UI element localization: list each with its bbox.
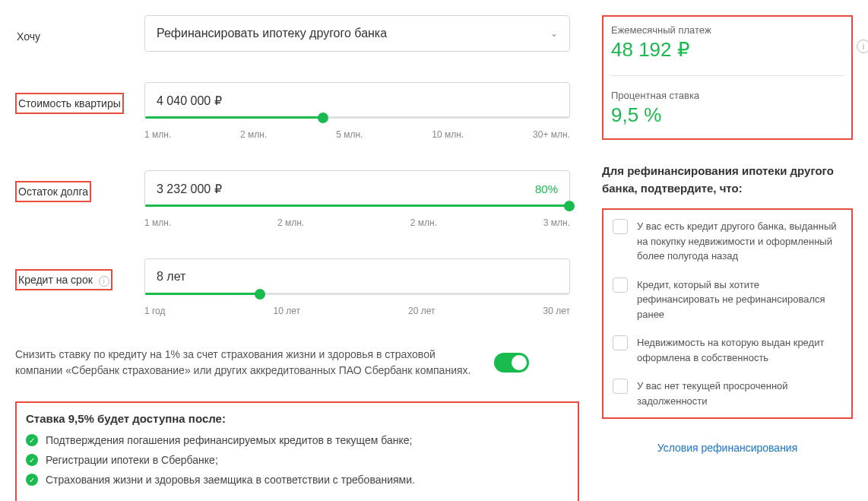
term-ticks: 1 год 10 лет 20 лет 30 лет: [144, 306, 570, 316]
debt-percent: 80%: [535, 182, 558, 195]
sidebar: Ежемесячный платеж 48 192 ₽ Процентная с…: [602, 15, 853, 501]
chevron-down-icon: ⌄: [550, 28, 558, 39]
rate-item: ✓Подтверждения погашения рефинансируемых…: [26, 434, 569, 446]
insurance-text: Снизить ставку по кредиту на 1% за счет …: [15, 347, 471, 379]
rate-label: Процентная ставка: [611, 90, 844, 101]
debt-label: Остаток долга: [15, 181, 91, 202]
price-ticks: 1 млн. 2 млн. 5 млн. 10 млн. 30+ млн.: [144, 129, 570, 140]
debt-ticks: 1 млн. 2 млн. 2 млн. 3 млн.: [144, 217, 570, 228]
summary-card: Ежемесячный платеж 48 192 ₽ Процентная с…: [602, 15, 853, 140]
term-slider-thumb[interactable]: [255, 289, 265, 300]
price-label: Стоимость квартиры: [15, 93, 124, 114]
confirm-checkbox-1[interactable]: [613, 219, 628, 234]
want-value: Рефинансировать ипотеку другого банка: [157, 27, 387, 40]
confirm-text: У вас нет текущей просроченной задолженн…: [637, 379, 842, 408]
term-label: Кредит на срок i: [15, 269, 112, 290]
confirm-checkbox-3[interactable]: [613, 335, 628, 350]
debt-input[interactable]: 3 232 000 ₽ 80%: [144, 170, 570, 207]
rate-title: Ставка 9,5% будет доступна после:: [26, 412, 569, 425]
term-slider[interactable]: [145, 293, 569, 295]
confirm-text: Кредит, который вы хотите рефинансироват…: [637, 277, 842, 322]
price-value: 4 040 000 ₽: [157, 94, 222, 108]
payment-value: 48 192 ₽: [611, 38, 844, 62]
debt-slider[interactable]: [145, 205, 569, 207]
confirm-checkbox-2[interactable]: [613, 277, 628, 293]
want-select[interactable]: Рефинансировать ипотеку другого банка ⌄: [144, 15, 570, 52]
price-slider[interactable]: [145, 116, 569, 119]
term-value: 8 лет: [157, 270, 185, 284]
info-icon[interactable]: i: [99, 276, 109, 287]
insurance-toggle[interactable]: [494, 353, 529, 373]
check-icon: ✓: [26, 434, 38, 446]
confirm-title: Для рефинансирования ипотеки другого бан…: [602, 163, 853, 197]
info-icon[interactable]: i: [857, 40, 868, 53]
price-slider-thumb[interactable]: [318, 113, 328, 123]
payment-label: Ежемесячный платеж: [611, 24, 844, 36]
debt-slider-thumb[interactable]: [564, 201, 575, 211]
confirm-list: У вас есть кредит другого банка, выданны…: [602, 208, 853, 419]
calculator-form: Хочу Рефинансировать ипотеку другого бан…: [15, 15, 579, 501]
rate-item: ✓Регистрации ипотеки в Сбербанке;: [26, 454, 569, 466]
check-icon: ✓: [26, 454, 38, 466]
confirm-checkbox-4[interactable]: [613, 379, 628, 394]
price-input[interactable]: 4 040 000 ₽: [144, 82, 570, 119]
rate-value: 9,5 %: [611, 103, 844, 127]
want-label: Хочу: [15, 27, 42, 46]
term-input[interactable]: 8 лет: [144, 258, 570, 295]
confirm-text: Недвижимость на которую выдан кредит офо…: [637, 335, 842, 365]
confirm-text: У вас есть кредит другого банка, выданны…: [637, 219, 842, 264]
check-icon: ✓: [26, 474, 38, 486]
rate-item: ✓Страхования жизни и здоровья заемщика в…: [26, 474, 569, 486]
rate-conditions: Ставка 9,5% будет доступна после: ✓Подтв…: [15, 401, 579, 501]
terms-link[interactable]: Условия рефинансирования: [602, 442, 853, 454]
debt-value: 3 232 000 ₽: [157, 182, 222, 196]
